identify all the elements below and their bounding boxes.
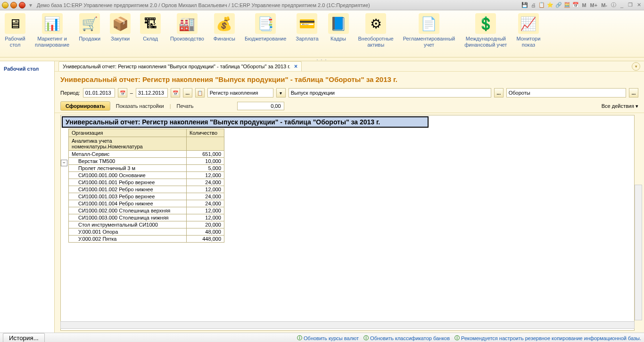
ribbon-section-1[interactable]: 📊Маркетинг ипланирование xyxy=(30,13,74,57)
tabs-menu-button[interactable]: ▾ xyxy=(632,62,640,71)
m-button[interactable]: M xyxy=(581,2,587,8)
ribbon-grip[interactable]: • • • xyxy=(0,57,644,61)
col-qty-sub xyxy=(187,137,224,151)
calc-icon[interactable]: 🧮 xyxy=(564,2,570,8)
tab-close-icon[interactable]: × xyxy=(294,63,297,70)
generate-button[interactable]: Сформировать xyxy=(60,101,110,111)
history-button[interactable]: История... xyxy=(3,333,45,342)
ribbon-section-6[interactable]: 💰Финансы xyxy=(209,13,240,57)
table-row[interactable]: СИ1000.001.002 Ребро нижнее12,000 xyxy=(69,186,224,193)
col-org: Организация xyxy=(69,129,187,137)
ribbon-section-4[interactable]: 🏗Склад xyxy=(135,13,165,57)
show-settings-link[interactable]: Показать настройки xyxy=(114,102,166,110)
print-icon[interactable]: 🖨 xyxy=(530,2,537,8)
row-qty: 24,000 xyxy=(187,193,224,200)
star-icon[interactable]: ⭐ xyxy=(547,2,553,8)
table-row[interactable]: СИ1000.003.000 Столешница нижняя12,000 xyxy=(69,214,224,221)
tab-report[interactable]: Универсальный отчет: Регистр накопления … xyxy=(58,61,302,71)
date-to-input[interactable]: 31.12.2013 xyxy=(136,88,168,98)
table-row[interactable]: У.000.002 Пятка448,000 xyxy=(69,236,224,243)
scrollbar-horizontal[interactable] xyxy=(60,321,635,329)
ribbon-section-3[interactable]: 📦Закупки xyxy=(105,13,135,57)
register-name-picker[interactable]: ... xyxy=(494,88,504,98)
row-name: Металл-Сервис xyxy=(69,151,187,158)
info-icon[interactable]: ⓘ xyxy=(610,2,617,8)
ribbon-icon: 📦 xyxy=(110,13,131,34)
ribbon-icon: 📘 xyxy=(328,13,349,34)
content: Универсальный отчет: Регистр накопления … xyxy=(55,61,644,333)
sidebar-item-desktop[interactable]: Рабочий стол xyxy=(2,64,52,73)
window-title: Демо база 1С:ERP Управление предприятием… xyxy=(37,2,521,8)
table-row[interactable]: СИ1000.001.003 Ребро верхнее24,000 xyxy=(69,193,224,200)
print-link[interactable]: Печать xyxy=(175,102,196,110)
ribbon-section-5[interactable]: 🏭Производство xyxy=(165,13,209,57)
titlebar-icons: 💾 🖨 📋 ⭐ 🔗 🧮 📅 M M+ M- ⓘ _ ❐ ✕ xyxy=(521,2,642,8)
minimize-icon[interactable]: _ xyxy=(619,2,625,8)
calendar-icon[interactable]: 📅 xyxy=(572,2,579,8)
maximize-icon[interactable]: ❐ xyxy=(627,2,634,8)
row-name: СИ1000.001.000 Основание xyxy=(69,172,187,179)
window-btn-1[interactable] xyxy=(2,2,8,8)
link-icon[interactable]: 🔗 xyxy=(555,2,562,8)
table-row[interactable]: СИ1000.001.000 Основание12,000 xyxy=(69,172,224,179)
table-row[interactable]: СИ1000.002.000 Столешница верхняя12,000 xyxy=(69,207,224,214)
doc-icon[interactable]: 📋 xyxy=(538,2,545,8)
table-row[interactable]: Металл-Сервис651,000 xyxy=(69,151,224,158)
status-link-backup[interactable]: ⓘРекомендуется настроить резервное копир… xyxy=(454,334,641,342)
ribbon-icon: 📈 xyxy=(518,13,539,34)
register-name-select[interactable]: Выпуск продукции xyxy=(289,88,491,98)
register-type-dd-icon[interactable]: ▾ xyxy=(276,88,286,98)
tabs: Универсальный отчет: Регистр накопления … xyxy=(55,61,644,72)
status-link-banks[interactable]: ⓘОбновить классификатор банков xyxy=(363,334,450,342)
ribbon-icon: 📊 xyxy=(42,13,63,34)
info-icon: ⓘ xyxy=(363,334,369,342)
dropdown-icon[interactable]: ▾ xyxy=(29,2,32,8)
register-type-select[interactable]: Регистр накопления xyxy=(207,88,273,98)
table-row[interactable]: Верстак ТМ50010,000 xyxy=(69,158,224,165)
row-qty: 12,000 xyxy=(187,186,224,193)
table-name-picker[interactable]: ... xyxy=(629,88,638,98)
mplus-button[interactable]: M+ xyxy=(589,2,599,8)
row-qty: 5,000 xyxy=(187,165,224,172)
save-icon[interactable]: 💾 xyxy=(521,2,528,8)
table-row[interactable]: Пролет лестничный 3 м5,000 xyxy=(69,165,224,172)
row-qty: 24,000 xyxy=(187,200,224,207)
tree-collapse-icon[interactable]: − xyxy=(61,160,67,166)
ribbon-section-8[interactable]: 💳Зарплата xyxy=(291,13,323,57)
ribbon-label: Производство xyxy=(170,36,204,42)
ribbon-label: Рабочийстол xyxy=(5,36,25,48)
info-icon: ⓘ xyxy=(454,334,460,342)
ribbon-label: Закупки xyxy=(111,36,130,42)
date-from-cal-icon[interactable]: 📅 xyxy=(118,88,127,98)
close-icon[interactable]: ✕ xyxy=(636,2,642,8)
ribbon-section-11[interactable]: 📄Регламентированныйучет xyxy=(398,13,460,57)
period-picker-button[interactable]: ... xyxy=(183,88,192,98)
window-btn-3[interactable] xyxy=(19,2,25,8)
ribbon-section-12[interactable]: 💲Международныйфинансовый учет xyxy=(460,13,512,57)
sum-box[interactable]: 0,00 xyxy=(237,102,284,110)
ribbon-section-13[interactable]: 📈Мониторипоказ xyxy=(512,13,545,57)
row-qty: 10,000 xyxy=(187,158,224,165)
table-row[interactable]: У.000.001 Опора48,000 xyxy=(69,228,224,236)
ribbon-section-2[interactable]: 🛒Продажи xyxy=(74,13,105,57)
ribbon-section-10[interactable]: ⚙Внеоборотныеактивы xyxy=(354,13,398,57)
ribbon-section-7[interactable]: 📑Бюджетирование xyxy=(240,13,291,57)
page-title: Универсальный отчет: Регистр накопления … xyxy=(55,72,644,86)
table-row[interactable]: СИ1000.001.001 Ребро верхнее24,000 xyxy=(69,179,224,186)
ribbon-icon: 🖥 xyxy=(5,13,25,34)
date-to-cal-icon[interactable]: 📅 xyxy=(171,88,180,98)
all-actions-menu[interactable]: Все действия ▾ xyxy=(602,103,638,109)
table-row[interactable]: СИ1000.001.004 Ребро нижнее24,000 xyxy=(69,200,224,207)
table-name-select[interactable]: Обороты xyxy=(506,88,626,98)
table-row[interactable]: Стол инструментальный СИ100020,000 xyxy=(69,221,224,228)
ribbon-section-9[interactable]: 📘Кадры xyxy=(323,13,354,57)
scrollbar-vertical[interactable] xyxy=(635,185,642,320)
register-type-icon[interactable]: 📋 xyxy=(195,88,205,98)
row-qty: 12,000 xyxy=(187,214,224,221)
row-name: Пролет лестничный 3 м xyxy=(69,165,187,172)
window-btn-2[interactable] xyxy=(10,2,17,8)
status-link-rates[interactable]: ⓘОбновить курсы валют xyxy=(297,334,359,342)
mminus-button[interactable]: M- xyxy=(600,2,608,8)
ribbon-section-0[interactable]: 🖥Рабочийстол xyxy=(0,13,30,57)
date-from-input[interactable]: 01.01.2013 xyxy=(83,88,115,98)
